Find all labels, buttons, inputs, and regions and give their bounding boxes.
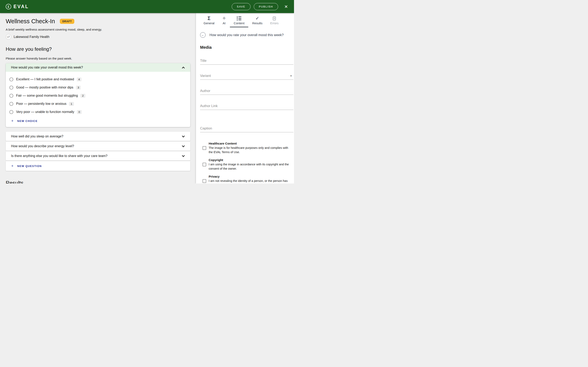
radio-button[interactable] bbox=[9, 110, 13, 114]
field-author bbox=[200, 89, 293, 95]
question-header[interactable]: How would you rate your overall mood thi… bbox=[6, 63, 190, 72]
privacy-checkbox[interactable] bbox=[203, 179, 206, 183]
tab-results[interactable]: ✓ Results bbox=[248, 16, 266, 27]
radio-button[interactable] bbox=[9, 86, 13, 90]
organization-row: LF Lakewood Family Health bbox=[6, 34, 190, 40]
checkbox-description: The image is for healthcare purposes onl… bbox=[209, 146, 290, 154]
author-input[interactable] bbox=[200, 89, 293, 95]
tab-label: Errors bbox=[270, 21, 278, 27]
choice-score-badge: 4 bbox=[77, 77, 81, 81]
results-heading: Results bbox=[6, 180, 190, 184]
field-title bbox=[200, 59, 293, 65]
checkbox-group-label: Healthcare Content bbox=[209, 142, 290, 145]
chevron-down-icon[interactable] bbox=[182, 144, 185, 147]
field-caption bbox=[200, 126, 293, 132]
new-question-card: + NEW QUESTION bbox=[6, 161, 190, 171]
org-name: Lakewood Family Health bbox=[14, 35, 49, 39]
new-question-label: NEW QUESTION bbox=[17, 165, 42, 167]
chevron-down-icon[interactable] bbox=[182, 154, 185, 157]
radio-button[interactable] bbox=[9, 94, 13, 98]
tab-label: Results bbox=[252, 21, 262, 27]
checkbox-group-label: Copyright bbox=[209, 158, 290, 162]
radio-button[interactable] bbox=[9, 102, 13, 106]
chevron-down-icon[interactable] bbox=[182, 134, 185, 137]
author-link-input[interactable] bbox=[200, 104, 293, 110]
collapsed-question-row[interactable]: Is there anything else you would like to… bbox=[6, 151, 190, 160]
choice-label[interactable]: Very poor — unable to function normally bbox=[16, 110, 74, 114]
tab-label: General bbox=[204, 21, 214, 27]
choice-label[interactable]: Excellent — I felt positive and motivate… bbox=[16, 77, 74, 81]
checkbox-description: I am using the image in accordance with … bbox=[209, 162, 290, 171]
close-icon[interactable]: ✕ bbox=[284, 4, 288, 9]
org-avatar: LF bbox=[6, 34, 11, 40]
choice-label[interactable]: Fair — some good moments but struggling bbox=[16, 94, 78, 98]
field-variant: ▼ bbox=[200, 74, 293, 80]
zero-badge-icon: 0 bbox=[273, 16, 276, 21]
caption-input[interactable] bbox=[200, 126, 293, 132]
form-description: A brief weekly wellness assessment cover… bbox=[6, 28, 190, 31]
top-bar: Σ EVAL SAVE PUBLISH ✕ bbox=[0, 0, 294, 13]
choice-score-badge: 0 bbox=[77, 110, 82, 114]
choice-row: Excellent — I felt positive and motivate… bbox=[9, 75, 185, 83]
panel-question-title: How would you rate your overall mood thi… bbox=[209, 33, 284, 37]
sigma-icon: Σ bbox=[208, 16, 210, 21]
chevron-up-icon[interactable] bbox=[182, 67, 185, 69]
section-subheading: Please answer honestly based on the past… bbox=[6, 57, 190, 60]
section-heading: How are you feeling? bbox=[6, 46, 190, 52]
back-arrow-icon[interactable]: ← bbox=[200, 32, 206, 38]
collapsed-question-title: How would you describe your energy level… bbox=[11, 144, 74, 148]
copyright-checkbox[interactable] bbox=[203, 163, 206, 166]
form-editor: Wellness Check-In DRAFT A brief weekly w… bbox=[0, 13, 196, 184]
choice-row: Very poor — unable to function normally … bbox=[9, 108, 185, 116]
tab-label: Content bbox=[234, 21, 245, 27]
tab-ai[interactable]: ✧ AI bbox=[218, 16, 230, 27]
choice-label[interactable]: Good — mostly positive with minor dips bbox=[16, 86, 73, 89]
media-heading: Media bbox=[200, 45, 294, 50]
status-badge: DRAFT bbox=[60, 19, 74, 24]
copyright-group: Copyright I am using the image in accord… bbox=[203, 158, 290, 171]
check-icon: ✓ bbox=[255, 16, 259, 21]
list-icon bbox=[237, 16, 241, 21]
tab-errors[interactable]: 0 Errors bbox=[266, 16, 282, 27]
choice-score-badge: 3 bbox=[76, 86, 81, 90]
radio-button[interactable] bbox=[9, 77, 13, 81]
question-body: Excellent — I felt positive and motivate… bbox=[6, 72, 190, 127]
panel-question-header: ← How would you rate your overall mood t… bbox=[200, 32, 294, 38]
healthcare-content-checkbox[interactable] bbox=[203, 146, 206, 150]
form-title: Wellness Check-In bbox=[6, 18, 55, 25]
collapsed-question-title: Is there anything else you would like to… bbox=[11, 154, 107, 158]
question-title: How would you rate your overall mood thi… bbox=[11, 66, 83, 69]
app-logo: Σ EVAL bbox=[6, 4, 29, 9]
privacy-group: Privacy I am not revealing the identity … bbox=[203, 175, 290, 184]
publish-button[interactable]: PUBLISH bbox=[254, 3, 278, 10]
choice-row: Fair — some good moments but struggling … bbox=[9, 92, 185, 100]
expanded-question-card: How would you rate your overall mood thi… bbox=[6, 63, 190, 127]
sparkle-icon: ✧ bbox=[222, 16, 226, 21]
checkbox-description: I am not revealing the identity of a per… bbox=[209, 179, 290, 184]
field-author-link bbox=[200, 104, 293, 110]
title-input[interactable] bbox=[200, 59, 293, 65]
tab-label: AI bbox=[223, 21, 226, 27]
new-question-button[interactable]: + NEW QUESTION bbox=[11, 164, 42, 168]
settings-panel: Σ General ✧ AI Content ✓ Result bbox=[196, 13, 294, 184]
collapsed-question-row[interactable]: How would you describe your energy level… bbox=[6, 142, 190, 151]
new-choice-button[interactable]: + NEW CHOICE bbox=[11, 119, 185, 123]
collapsed-question-title: How well did you sleep on average? bbox=[11, 134, 63, 138]
plus-icon: + bbox=[11, 164, 14, 168]
tab-general[interactable]: Σ General bbox=[200, 16, 218, 27]
choice-label[interactable]: Poor — persistently low or anxious bbox=[16, 102, 66, 106]
panel-tabs: Σ General ✧ AI Content ✓ Result bbox=[196, 13, 294, 27]
plus-icon: + bbox=[11, 119, 14, 123]
brand-name: EVAL bbox=[13, 4, 29, 9]
choice-row: Good — mostly positive with minor dips 3 bbox=[9, 83, 185, 92]
choice-score-badge: 2 bbox=[80, 94, 85, 98]
variant-select[interactable] bbox=[200, 74, 293, 80]
choice-row: Poor — persistently low or anxious 1 bbox=[9, 100, 185, 108]
choice-score-badge: 1 bbox=[69, 102, 74, 106]
sigma-logo-icon: Σ bbox=[6, 4, 11, 9]
collapsed-question-row[interactable]: How well did you sleep on average? bbox=[6, 132, 190, 141]
save-button[interactable]: SAVE bbox=[232, 3, 251, 10]
tab-content[interactable]: Content bbox=[230, 16, 249, 27]
healthcare-content-group: Healthcare Content The image is for heal… bbox=[203, 142, 290, 154]
new-choice-label: NEW CHOICE bbox=[17, 119, 38, 123]
